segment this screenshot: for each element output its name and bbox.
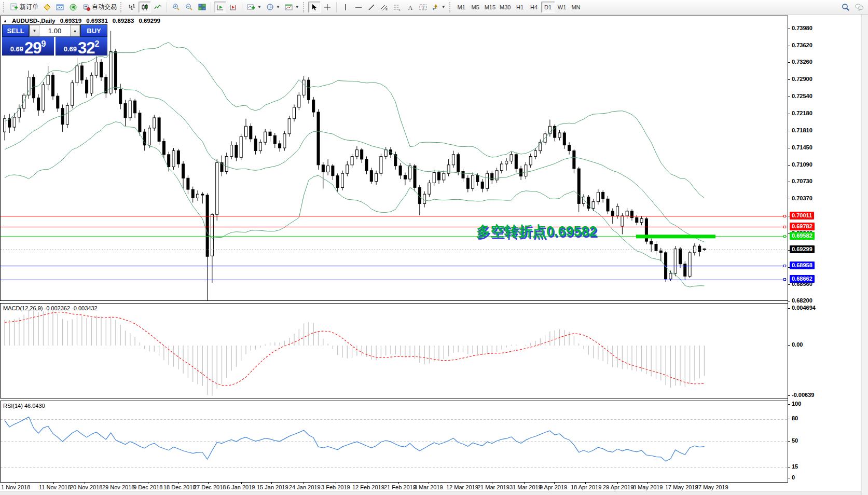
price-tick-label: 0.73620 bbox=[792, 42, 812, 48]
volume-increase-button[interactable]: ▲ bbox=[70, 25, 80, 36]
hline-price-label: 0.68662 bbox=[790, 275, 815, 283]
tile-windows-icon bbox=[198, 4, 206, 11]
chart-shift-icon bbox=[229, 4, 237, 11]
macd-chart[interactable] bbox=[1, 304, 787, 398]
rsi-tick-mark bbox=[788, 404, 790, 405]
current-price-label: 0.69299 bbox=[790, 245, 815, 253]
date-label: 17 May 2019 bbox=[665, 484, 698, 490]
zoom-out-button[interactable] bbox=[183, 2, 195, 13]
rsi-label: RSI(14) 46.0430 bbox=[3, 403, 45, 409]
hline-anchor-square bbox=[783, 215, 786, 217]
chart-windows-icon bbox=[56, 4, 64, 11]
equidistant-channel-icon: E bbox=[380, 4, 388, 11]
price-tick-mark bbox=[788, 131, 790, 131]
zoom-in-icon bbox=[172, 3, 180, 11]
chart-windows-button[interactable] bbox=[54, 2, 66, 13]
timeframe-button-d1[interactable]: D1 bbox=[541, 2, 555, 13]
price-tick-mark bbox=[788, 148, 790, 148]
buy-price-main: 32 bbox=[78, 40, 94, 56]
rsi-tick-label: 80 bbox=[792, 415, 798, 421]
candlestick-chart-button[interactable] bbox=[139, 2, 151, 13]
timeframe-button-m15[interactable]: M15 bbox=[483, 2, 498, 13]
macd-panel[interactable]: MACD(12,26,9) -0.002362 -0.003432 bbox=[0, 303, 788, 398]
toolbar-grip[interactable] bbox=[303, 2, 306, 12]
auto-trading-button[interactable]: 自动交易 bbox=[80, 2, 119, 13]
hline-anchor-square bbox=[783, 235, 786, 238]
price-tick-label: 0.71090 bbox=[792, 161, 812, 168]
arrows-button[interactable]: ▼ bbox=[430, 2, 448, 13]
bar-chart-button[interactable] bbox=[126, 2, 138, 13]
periods-button[interactable]: ▼ bbox=[264, 2, 282, 13]
volume-decrease-button[interactable]: ▼ bbox=[30, 25, 39, 36]
new-chart-button[interactable]: ▼ bbox=[245, 2, 264, 13]
buy-price-prefix: 0.69 bbox=[64, 45, 77, 53]
main-chart-panel[interactable] bbox=[0, 16, 788, 301]
date-axis[interactable]: 1 Nov 201811 Nov 201820 Nov 201829 Nov 2… bbox=[0, 483, 868, 491]
chart-shift-button[interactable] bbox=[227, 2, 239, 13]
text-button[interactable]: A bbox=[404, 2, 417, 13]
timeframe-button-h1[interactable]: H1 bbox=[513, 2, 527, 13]
buy-price-button[interactable]: 0.69 32 2 bbox=[56, 37, 107, 56]
macd-tick-mark bbox=[788, 345, 790, 346]
auto-trading-icon bbox=[82, 4, 90, 11]
crosshair-button[interactable] bbox=[321, 2, 334, 13]
hline-anchor-square bbox=[783, 278, 786, 281]
date-label: 12 Feb 2019 bbox=[352, 484, 384, 490]
zoom-in-button[interactable] bbox=[170, 2, 182, 13]
new-order-button[interactable]: 新订单 bbox=[8, 2, 40, 13]
trendline-button[interactable] bbox=[365, 2, 378, 13]
chat-icon bbox=[855, 3, 864, 11]
timeframe-button-m5[interactable]: M5 bbox=[469, 2, 483, 13]
auto-scroll-button[interactable] bbox=[214, 2, 226, 13]
signals-button[interactable] bbox=[67, 2, 79, 13]
timeframe-button-w1[interactable]: W1 bbox=[555, 2, 569, 13]
toolbar-grip[interactable] bbox=[3, 2, 6, 12]
price-tick-mark bbox=[788, 182, 790, 182]
date-label: 18 Apr 2019 bbox=[571, 484, 601, 490]
text-label-button[interactable]: T bbox=[417, 2, 430, 13]
price-tick-label: 0.73980 bbox=[792, 25, 812, 31]
buy-button[interactable]: BUY bbox=[80, 24, 107, 37]
crosshair-icon bbox=[324, 4, 331, 11]
cursor-button[interactable] bbox=[308, 2, 321, 13]
line-chart-button[interactable] bbox=[151, 2, 164, 13]
toolbar: 新订单 自动交易 bbox=[0, 0, 868, 15]
toolbar-separator bbox=[167, 2, 167, 12]
ohlc-low: 0.69283 bbox=[113, 18, 134, 24]
fibonacci-button[interactable]: F bbox=[391, 2, 404, 13]
price-tick-label: 0.71450 bbox=[792, 144, 812, 150]
volume-input[interactable]: 1.00 bbox=[39, 25, 70, 36]
chart-annotation-text[interactable]: 多空转折点0.69582 bbox=[476, 222, 597, 241]
macd-tick-mark bbox=[788, 308, 790, 309]
price-tick-label: 0.73260 bbox=[792, 59, 812, 65]
chat-button[interactable] bbox=[852, 2, 866, 13]
toolbar-grip[interactable] bbox=[120, 2, 123, 12]
vertical-line-button[interactable] bbox=[339, 2, 352, 13]
dropdown-caret: ▼ bbox=[442, 5, 446, 9]
bottom-strip bbox=[0, 491, 868, 495]
equidistant-channel-button[interactable]: E bbox=[378, 2, 391, 13]
price-axis[interactable]: 0.739800.736200.732600.729000.725400.721… bbox=[788, 16, 861, 483]
timeframe-button-m30[interactable]: M30 bbox=[498, 2, 513, 13]
horizontal-line-button[interactable] bbox=[352, 2, 365, 13]
price-tick-mark bbox=[788, 165, 790, 166]
candlestick-chart[interactable] bbox=[1, 16, 787, 300]
sell-price-button[interactable]: 0.69 29 9 bbox=[2, 37, 54, 56]
templates-button[interactable]: ▼ bbox=[283, 2, 301, 13]
toolbar-grip[interactable] bbox=[449, 2, 452, 12]
sell-button[interactable]: SELL bbox=[2, 24, 29, 37]
timeframe-button-h4[interactable]: H4 bbox=[527, 2, 541, 13]
svg-text:E: E bbox=[385, 8, 388, 11]
dropdown-caret: ▼ bbox=[295, 5, 299, 9]
search-button[interactable] bbox=[839, 2, 852, 13]
collapse-arrow-icon[interactable]: ▲ bbox=[3, 19, 7, 23]
profiles-button[interactable] bbox=[41, 2, 53, 13]
rsi-panel[interactable]: RSI(14) 46.0430 bbox=[0, 401, 788, 483]
timeframe-button-mn[interactable]: MN bbox=[569, 2, 583, 13]
rsi-chart[interactable] bbox=[1, 401, 787, 482]
price-tick-mark bbox=[788, 97, 790, 97]
tile-windows-button[interactable] bbox=[196, 2, 208, 13]
timeframe-button-m1[interactable]: M1 bbox=[454, 2, 469, 13]
horizontal-line-icon bbox=[355, 4, 362, 10]
hline-anchor-square bbox=[783, 226, 786, 228]
